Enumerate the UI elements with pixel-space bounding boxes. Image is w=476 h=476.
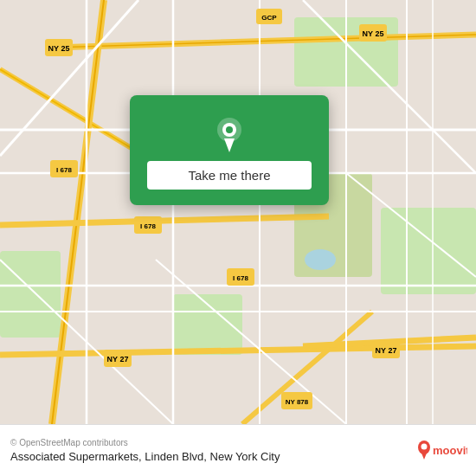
- svg-point-6: [305, 249, 336, 270]
- location-pin-icon: [210, 114, 248, 152]
- popup-card: Take me there: [130, 95, 329, 205]
- moovit-logo: moovit: [415, 435, 467, 466]
- svg-text:moovit: moovit: [433, 444, 467, 457]
- moovit-logo-svg: moovit: [415, 435, 467, 466]
- bottom-left-info: © OpenStreetMap contributors Associated …: [10, 438, 415, 463]
- svg-text:I 678: I 678: [56, 166, 72, 174]
- svg-text:NY 25: NY 25: [363, 29, 384, 38]
- svg-text:GCP: GCP: [261, 14, 277, 22]
- map-attribution: © OpenStreetMap contributors: [10, 438, 415, 447]
- svg-marker-55: [421, 451, 428, 460]
- svg-point-56: [421, 443, 428, 449]
- map-svg: NY 25 NY 25 I 678 I 678 I 678 NY 27 NY 2…: [0, 0, 476, 424]
- svg-text:NY 27: NY 27: [107, 355, 129, 363]
- svg-text:I 678: I 678: [233, 274, 248, 282]
- location-name: Associated Supermarkets, Linden Blvd, Ne…: [10, 450, 415, 463]
- svg-text:NY 878: NY 878: [286, 398, 309, 406]
- svg-text:I 678: I 678: [140, 222, 156, 230]
- svg-text:NY 25: NY 25: [48, 44, 70, 53]
- svg-marker-53: [224, 138, 235, 152]
- take-me-there-button[interactable]: Take me there: [147, 161, 312, 190]
- svg-point-52: [226, 126, 233, 133]
- bottom-bar: © OpenStreetMap contributors Associated …: [0, 424, 476, 476]
- svg-rect-4: [0, 251, 61, 338]
- svg-rect-3: [381, 208, 476, 294]
- svg-text:NY 27: NY 27: [376, 346, 397, 355]
- map-view: NY 25 NY 25 I 678 I 678 I 678 NY 27 NY 2…: [0, 0, 476, 424]
